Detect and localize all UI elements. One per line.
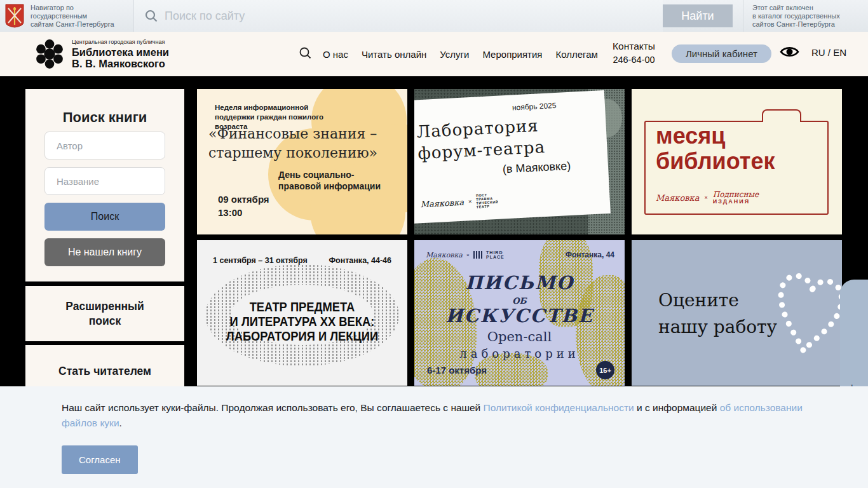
accessibility-eye-icon[interactable]	[780, 44, 799, 62]
banner-date: ноябрь 2025	[512, 101, 557, 112]
nav-item-read-online[interactable]: Читать онлайн	[362, 49, 426, 60]
banner-forum-theatre-lab[interactable]: ноябрь 2025 Лаборатория форум-театра (в …	[414, 89, 625, 234]
podpisnie-izdaniya-logo: Подписные ИЗДАНИЯ	[713, 191, 759, 205]
banner-title: Оцените нашу работу	[658, 287, 777, 341]
cookie-text: Наш сайт использует куки-файлы. Продолжа…	[62, 400, 805, 431]
cookie-accept-button[interactable]: Согласен	[62, 445, 138, 474]
site-search-input[interactable]	[165, 10, 663, 23]
gov-topbar: Навигатор по государственным сайтам Санк…	[0, 0, 868, 32]
banner-title: ОБ	[414, 296, 625, 306]
banner-subtitle: День социально-правовой информации	[278, 169, 396, 192]
gov-catalog-note: Этот сайт включен в каталог государствен…	[743, 4, 868, 29]
banner-date: 6-17 октября	[427, 365, 487, 376]
banner-rate-our-work[interactable]: Оцените нашу работу	[632, 240, 842, 386]
library-logo[interactable]: Центральная городская публичная Библиоте…	[33, 37, 169, 71]
banner-letter-about-art[interactable]: Маяковка × THIRD PLACE Фонтанка, 44 ПИСЬ…	[414, 240, 625, 386]
banner-date: 09 октября	[218, 194, 269, 205]
privacy-policy-link[interactable]: Политикой конфиденциальности	[484, 402, 634, 413]
phone-number[interactable]: 246-64-00	[613, 55, 655, 65]
post-traumatic-theatre-logo: ПОСТ ТРАВМА ТИЧЕСКИЙ ТЕАТР	[476, 193, 499, 209]
search-icon	[144, 9, 158, 23]
page: Навигатор по государственным сайтам Санк…	[0, 0, 868, 488]
banner-time: 13:00	[218, 207, 242, 218]
banner-financial-literacy[interactable]: Неделя информационной поддержки граждан …	[197, 89, 407, 234]
banner-object-theatre[interactable]: 1 сентября – 31 октября Фонтанка, 44-46 …	[197, 240, 407, 386]
account-button[interactable]: Личный кабинет	[672, 44, 771, 63]
nav-item-about[interactable]: О нас	[323, 49, 348, 60]
folder-tab-shape	[762, 109, 801, 122]
advanced-search-card[interactable]: Расширенный поиск	[25, 286, 184, 341]
language-switcher[interactable]: RU / EN	[811, 47, 846, 58]
partner-logos: Маяковка × ПОСТ ТРАВМА ТИЧЕСКИЙ ТЕАТР	[420, 193, 499, 212]
search-icon	[299, 46, 312, 60]
become-reader-label: Стать читателем	[54, 364, 156, 379]
nav-item-contacts[interactable]: Контакты	[613, 41, 655, 52]
coat-of-arms-icon	[5, 4, 24, 28]
author-field[interactable]	[44, 132, 165, 159]
book-search-button[interactable]: Поиск	[44, 203, 165, 231]
banner-title: месяц библиотек	[656, 123, 775, 174]
banner-date: 1 сентября – 31 октября	[213, 256, 308, 265]
third-place-bars-icon	[473, 251, 483, 259]
third-place-logo: THIRD PLACE	[486, 250, 505, 259]
advanced-search-label: Расширенный поиск	[54, 299, 156, 329]
book-not-found-button[interactable]: Не нашел книгу	[44, 238, 165, 266]
find-button[interactable]: Найти	[663, 4, 733, 27]
banner-place: Фонтанка, 44-46	[329, 256, 391, 265]
banner-subtitle: (в Маяковке)	[502, 159, 571, 177]
banner-title: ПИСЬМО	[414, 272, 625, 294]
banner-title: «Финансовые знания – старшему поколению»	[208, 125, 377, 163]
age-badge: 16+	[596, 361, 614, 379]
banner-place: Фонтанка, 44	[566, 250, 614, 259]
nav-item-events[interactable]: Мероприятия	[482, 49, 542, 60]
gov-navigator-label: Навигатор по государственным сайтам Санк…	[31, 4, 114, 29]
library-logo-text: Центральная городская публичная Библиоте…	[72, 39, 169, 69]
book-title-field[interactable]	[44, 167, 165, 195]
main-nav: О нас Читать онлайн Услуги Мероприятия К…	[323, 32, 598, 76]
banner-panel: ноябрь 2025 Лаборатория форум-театра (в …	[414, 90, 611, 224]
gov-navigator-brand[interactable]: Навигатор по государственным сайтам Санк…	[0, 0, 133, 32]
banner-library-month[interactable]: месяц библиотек Маяковка × Подписные ИЗД…	[632, 89, 842, 234]
banner-title: Лаборатория форум-театра	[416, 114, 546, 164]
header-search-button[interactable]	[299, 46, 312, 62]
cookie-banner: Наш сайт использует куки-файлы. Продолжа…	[0, 386, 868, 488]
main-header: Центральная городская публичная Библиоте…	[0, 32, 868, 76]
book-search-title: Поиск книги	[25, 109, 184, 126]
banner-subtitle: Open-call	[414, 329, 625, 344]
banner-title: ИСКУССТВЕ	[414, 305, 625, 327]
book-search-card: Поиск книги Поиск Не нашел книгу	[25, 89, 184, 281]
library-logo-icon	[33, 37, 66, 71]
banner-title: ТЕАТР ПРЕДМЕТА И ЛИТЕРАТУРА XX ВЕКА: ЛАБ…	[203, 300, 401, 344]
heart-icon	[764, 258, 842, 369]
contacts-block: Контакты 246-64-00	[613, 41, 655, 65]
banner-subtitle: лаборатории	[414, 347, 625, 360]
nav-item-services[interactable]: Услуги	[440, 49, 469, 60]
site-search-area	[134, 0, 663, 32]
partner-logos: Маяковка × THIRD PLACE	[426, 250, 505, 259]
nav-item-colleagues[interactable]: Коллегам	[555, 49, 597, 60]
partner-logos: Маяковка × Подписные ИЗДАНИЯ	[656, 191, 759, 205]
